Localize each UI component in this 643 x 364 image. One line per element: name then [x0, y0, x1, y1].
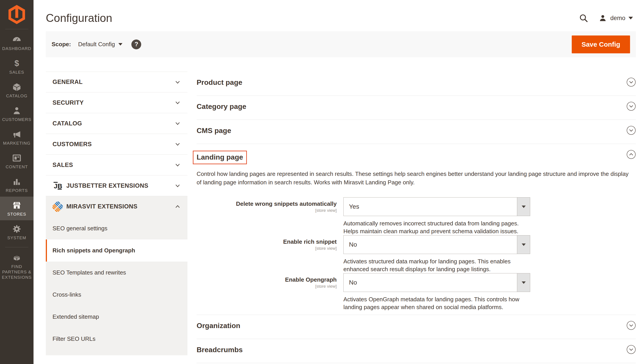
collapse-section-icon[interactable] [626, 150, 636, 159]
user-menu[interactable]: demo [598, 14, 633, 22]
sidebar-item-sales[interactable]: $ SALES [0, 55, 34, 78]
section-title: Category page [197, 102, 246, 111]
scope-value: Default Config [78, 41, 115, 48]
field-enable-opengraph: Enable Opengraph [store view] No Activat… [197, 273, 636, 311]
mirasvit-icon [53, 202, 63, 212]
config-tab-general[interactable]: GENERAL [46, 72, 187, 92]
main-area: Configuration demo Scope: Default Config… [34, 0, 643, 363]
field-control-col: No Activates OpenGraph metadata for land… [344, 273, 530, 311]
sidebar-item-label: CUSTOMERS [2, 117, 32, 122]
expand-section-icon[interactable] [626, 102, 636, 111]
expand-section-icon[interactable] [626, 321, 636, 330]
chevron-up-icon [174, 204, 181, 210]
search-button[interactable] [579, 14, 588, 23]
sidebar-item-label: MARKETING [3, 140, 31, 146]
section-organization: Organization [197, 315, 636, 339]
sidebar-item-reports[interactable]: REPORTS [0, 173, 34, 196]
config-tab-sales[interactable]: SALES [46, 155, 187, 176]
svg-text:JB: JB [54, 182, 62, 190]
customers-icon [12, 106, 22, 116]
section-landing-page: Landing page Control how landing pages a… [197, 144, 636, 315]
chevron-down-icon [174, 141, 181, 147]
sidebar-item-marketing[interactable]: MARKETING [0, 126, 34, 149]
sidebar-item-stores[interactable]: STORES [0, 196, 34, 220]
config-nav: GENERAL SECURITY CATALOG CUSTOMERS SALES [46, 72, 187, 355]
config-tab-label: SALES [53, 162, 73, 168]
field-scope-hint: [store view] [197, 284, 337, 289]
find-partners-icon [12, 253, 22, 263]
config-subitem-seo-templates-and-rewrites[interactable]: SEO Templates and rewrites [46, 262, 187, 284]
config-tab-mirasvit-extensions[interactable]: MIRASVIT EXTENSIONS [46, 196, 187, 217]
user-icon [598, 14, 607, 22]
config-subitem-extended-sitemap[interactable]: Extended sitemap [46, 306, 187, 328]
field-help-text: Activates structured data markup for lan… [344, 258, 530, 273]
config-subitem-rich-snippets-and-opengraph[interactable]: Rich snippets and Opengraph [46, 240, 187, 262]
dropdown-arrow-icon [517, 198, 530, 216]
config-content: Product page Category page CMS page [197, 72, 636, 363]
stores-icon [12, 200, 22, 210]
config-tab-security[interactable]: SECURITY [46, 92, 187, 113]
field-delete-wrong-snippets: Delete wrong snippets automatically [sto… [197, 197, 636, 235]
sidebar-item-system[interactable]: SYSTEM [0, 220, 34, 244]
header-actions: demo [579, 14, 633, 23]
section-title: CMS page [197, 126, 231, 135]
sidebar-item-find-partners[interactable]: FIND PARTNERS & EXTENSIONS [0, 249, 34, 284]
config-subitem-cross-links[interactable]: Cross-links [46, 284, 187, 306]
config-tab-justbetter-extensions[interactable]: JB JUSTBETTER EXTENSIONS [46, 176, 187, 196]
config-subitem-seo-general-settings[interactable]: SEO general settings [46, 217, 187, 240]
sidebar-item-customers[interactable]: CUSTOMERS [0, 102, 34, 126]
config-tab-label: JUSTBETTER EXTENSIONS [66, 182, 148, 189]
save-config-button[interactable]: Save Config [572, 36, 630, 53]
sidebar-item-content[interactable]: CONTENT [0, 149, 34, 173]
section-product-page: Product page [197, 72, 636, 96]
sidebar-item-label: SALES [10, 70, 24, 75]
field-help-text: Automatically removes incorrect structur… [344, 220, 530, 235]
system-icon [12, 224, 22, 234]
app-sidebar: DASHBOARD $ SALES CATALOG CUSTOMERS MARK… [0, 0, 34, 364]
section-title: Organization [197, 322, 240, 330]
user-name: demo [610, 15, 625, 22]
chevron-down-icon [174, 162, 181, 168]
config-tab-label: MIRASVIT EXTENSIONS [66, 203, 137, 210]
sales-icon: $ [12, 58, 22, 68]
magento-logo-icon [9, 5, 25, 24]
sidebar-item-label: CATALOG [6, 93, 28, 99]
dashboard-icon [12, 34, 22, 45]
magento-logo[interactable] [9, 0, 25, 28]
justbetter-icon: JB [53, 180, 63, 191]
config-tab-label: GENERAL [53, 78, 83, 86]
sidebar-item-catalog[interactable]: CATALOG [0, 78, 34, 102]
chevron-down-icon [174, 100, 181, 106]
config-tab-customers[interactable]: CUSTOMERS [46, 134, 187, 155]
config-tab-label: CUSTOMERS [53, 141, 92, 148]
field-scope-hint: [store view] [197, 208, 337, 213]
select-value: No [344, 236, 530, 254]
content-icon [12, 153, 22, 163]
sidebar-item-label: STORES [7, 212, 26, 217]
enable-rich-snippet-select[interactable]: No [344, 235, 530, 254]
sidebar-item-label: SYSTEM [7, 235, 26, 240]
config-subnav: SEO general settings Rich snippets and O… [46, 217, 187, 355]
sidebar-item-dashboard[interactable]: DASHBOARD [0, 31, 34, 55]
sidebar-divider [5, 247, 28, 247]
help-icon[interactable]: ? [131, 40, 141, 49]
expand-section-icon[interactable] [626, 78, 636, 87]
field-label-col: Delete wrong snippets automatically [sto… [197, 197, 337, 213]
reports-icon [12, 176, 22, 187]
config-subitem-filter-seo-urls[interactable]: Filter SEO URLs [46, 328, 187, 350]
section-cms-page: CMS page [197, 120, 636, 144]
config-tab-catalog[interactable]: CATALOG [46, 113, 187, 134]
enable-opengraph-select[interactable]: No [344, 273, 530, 292]
field-label: Delete wrong snippets automatically [197, 200, 337, 208]
chevron-down-icon [174, 79, 181, 85]
delete-wrong-snippets-select[interactable]: Yes [344, 197, 530, 216]
config-tab-label: SECURITY [53, 99, 84, 106]
svg-text:$: $ [15, 59, 19, 68]
expand-section-icon[interactable] [626, 126, 636, 135]
landing-page-fields: Delete wrong snippets automatically [sto… [197, 197, 636, 311]
field-help-text: Activates OpenGraph metadata for landing… [344, 296, 530, 311]
expand-section-icon[interactable] [626, 345, 636, 354]
sidebar-item-label: DASHBOARD [2, 46, 31, 51]
scope-switcher[interactable]: Default Config [78, 41, 123, 48]
chevron-down-icon [174, 182, 181, 189]
